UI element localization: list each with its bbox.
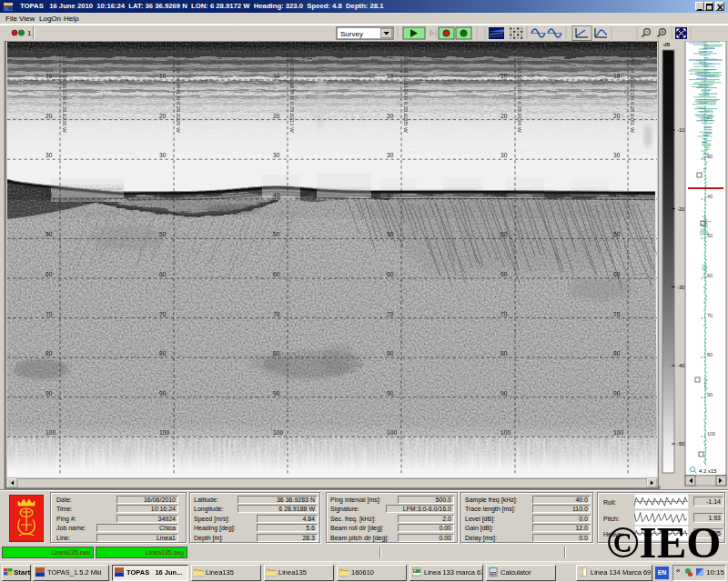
svg-text:60: 60 — [707, 273, 713, 278]
svg-text:80: 80 — [46, 350, 53, 356]
svg-text:10:08:25 36 36.9124 N 6 28.92: 10:08:25 36 36.9124 N 6 28.9205 W — [403, 45, 409, 133]
svg-text:70: 70 — [613, 311, 621, 317]
svg-text:60: 60 — [159, 271, 167, 277]
svg-text:90: 90 — [46, 390, 53, 396]
svg-text:4 2 x15: 4 2 x15 — [699, 468, 717, 474]
svg-text:10:13:55 36 36.9221 N 6 28.91: 10:13:55 36 36.9221 N 6 28.9181 W — [630, 45, 635, 133]
svg-text:10:02:55 36 36.9041 N 6 28.92: 10:02:55 36 36.9041 N 6 28.9226 W — [176, 45, 181, 133]
svg-text:80: 80 — [273, 350, 280, 356]
svg-text:90: 90 — [707, 392, 713, 397]
svg-text:40: 40 — [500, 192, 508, 198]
svg-text:20: 20 — [159, 113, 167, 119]
svg-text:60: 60 — [387, 271, 394, 277]
svg-text:70: 70 — [159, 311, 167, 317]
svg-text:10: 10 — [500, 73, 508, 79]
svg-text:20: 20 — [500, 113, 508, 119]
svg-text:100: 100 — [613, 429, 624, 436]
svg-text:40: 40 — [273, 192, 280, 198]
svg-text:70: 70 — [387, 311, 394, 317]
svg-text:10: 10 — [46, 73, 53, 79]
svg-text:50: 50 — [707, 233, 713, 238]
svg-text:30: 30 — [613, 152, 621, 158]
svg-text:20: 20 — [273, 113, 280, 119]
svg-text:40: 40 — [46, 192, 53, 198]
svg-text:30: 30 — [387, 152, 394, 158]
svg-text:50: 50 — [613, 231, 621, 237]
svg-text:60: 60 — [46, 271, 53, 277]
svg-text:70: 70 — [273, 311, 280, 317]
svg-text:1: 1 — [27, 29, 32, 37]
svg-text:10: 10 — [159, 73, 167, 79]
svg-text:10:05:40 36 36.9078 N 6 28.92: 10:05:40 36 36.9078 N 6 28.9213 W — [289, 45, 295, 133]
svg-text:30: 30 — [707, 154, 713, 159]
svg-text:90: 90 — [273, 390, 280, 396]
svg-text:40: 40 — [387, 192, 394, 198]
svg-text:dB: dB — [663, 42, 670, 47]
svg-text:-30: -30 — [677, 285, 685, 290]
svg-text:100: 100 — [273, 429, 284, 436]
svg-text:40: 40 — [613, 192, 621, 198]
svg-text:-50: -50 — [677, 441, 685, 447]
svg-text:50: 50 — [273, 231, 280, 237]
svg-text:20: 20 — [613, 113, 621, 119]
svg-text:40: 40 — [707, 194, 713, 199]
svg-text:30: 30 — [159, 152, 167, 158]
svg-text:100: 100 — [500, 429, 511, 436]
svg-text:30: 30 — [273, 152, 280, 158]
svg-text:-10: -10 — [677, 127, 685, 133]
svg-text:80: 80 — [500, 350, 508, 356]
svg-text:20: 20 — [387, 113, 394, 119]
svg-text:90: 90 — [613, 390, 621, 396]
svg-text:10: 10 — [387, 73, 394, 79]
svg-text:80: 80 — [159, 350, 167, 356]
svg-text:90: 90 — [500, 390, 508, 396]
svg-text:60: 60 — [613, 271, 621, 277]
svg-text:80: 80 — [613, 350, 621, 356]
svg-text:90: 90 — [387, 390, 394, 396]
svg-text:Survey: Survey — [340, 30, 363, 38]
svg-text:10: 10 — [613, 73, 621, 79]
svg-text:50: 50 — [500, 231, 508, 237]
svg-text:60: 60 — [273, 271, 280, 277]
svg-text:10: 10 — [273, 73, 280, 79]
svg-text:100: 100 — [159, 429, 170, 436]
svg-text:50: 50 — [159, 231, 167, 237]
svg-text:90: 90 — [159, 390, 167, 396]
svg-text:-40: -40 — [677, 363, 685, 368]
svg-text:60: 60 — [500, 271, 508, 277]
svg-text:30: 30 — [500, 152, 508, 158]
svg-text:100: 100 — [46, 429, 56, 436]
svg-text:80: 80 — [707, 352, 713, 357]
svg-text:100: 100 — [387, 429, 398, 436]
svg-text:10:11:10 36 36.9166 N 6 28.91: 10:11:10 36 36.9166 N 6 28.9196 W — [517, 45, 522, 133]
svg-text:70: 70 — [500, 311, 508, 317]
svg-text:80: 80 — [387, 350, 394, 356]
svg-text:70: 70 — [46, 311, 53, 317]
svg-text:50: 50 — [46, 231, 53, 237]
svg-text:20: 20 — [46, 113, 53, 119]
svg-text:30: 30 — [46, 152, 53, 158]
svg-text:40: 40 — [159, 192, 167, 198]
svg-text:10:00:10 36 36.9013 N 6 28.92: 10:00:10 36 36.9013 N 6 28.9230 W — [62, 45, 67, 133]
svg-text:50: 50 — [387, 231, 394, 237]
svg-text:-20: -20 — [677, 206, 685, 212]
svg-text:100: 100 — [707, 431, 715, 436]
svg-text:70: 70 — [707, 313, 713, 318]
